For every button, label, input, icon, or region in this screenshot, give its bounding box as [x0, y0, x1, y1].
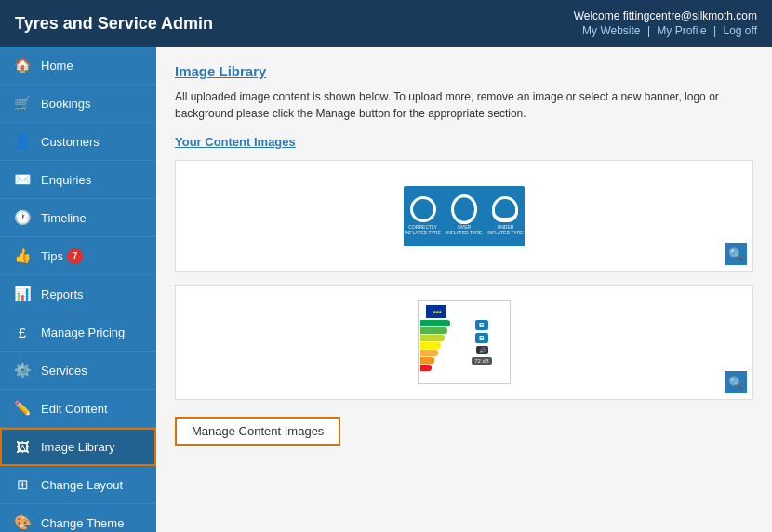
sidebar-label-home: Home	[41, 59, 73, 73]
sidebar-label-enquiries: Enquiries	[41, 173, 91, 187]
sidebar-item-enquiries[interactable]: ✉️ Enquiries	[0, 161, 156, 199]
sidebar-item-edit-content[interactable]: ✏️ Edit Content	[0, 390, 156, 428]
search-button-1[interactable]: 🔍	[725, 243, 747, 265]
label-bars	[419, 320, 454, 371]
sidebar-label-tips: Tips	[41, 249, 63, 263]
label-left: ★★★	[419, 301, 454, 383]
change-layout-icon: ⊞	[13, 475, 32, 494]
tips-icon: 👍	[13, 246, 32, 265]
search-button-2[interactable]: 🔍	[725, 371, 747, 393]
header-links: My Website | My Profile | Log off	[574, 24, 757, 37]
sidebar-item-change-theme[interactable]: 🎨 Change Theme	[0, 504, 156, 532]
bar-d	[420, 350, 438, 356]
main-layout: 🏠 Home 🛒 Bookings 👤 Customers ✉️ Enquiri…	[0, 47, 772, 532]
noise-icon: 🔊	[476, 346, 488, 354]
sidebar-label-change-theme: Change Theme	[41, 516, 124, 530]
sidebar-item-timeline[interactable]: 🕐 Timeline	[0, 199, 156, 237]
services-icon: ⚙️	[13, 361, 32, 379]
db-value: 72 dB	[472, 357, 492, 365]
image-card-2: ★★★ B B 🔊 72 dB	[175, 285, 753, 400]
welcome-text: Welcome fittingcentre@silkmoth.com	[574, 9, 757, 22]
sidebar-label-change-layout: Change Layout	[41, 478, 123, 492]
sidebar-item-bookings[interactable]: 🛒 Bookings	[0, 85, 156, 123]
image-card-1: CORRECTLYINFLATED TYRE OVERINFLATED TYRE…	[175, 160, 753, 272]
main-content: Image Library All uploaded image content…	[156, 47, 772, 532]
sidebar-label-customers: Customers	[41, 135, 100, 149]
bar-e	[420, 357, 434, 364]
header-right: Welcome fittingcentre@silkmoth.com My We…	[574, 9, 757, 37]
sidebar-label-bookings: Bookings	[41, 97, 90, 111]
sidebar-label-image-library: Image Library	[41, 440, 114, 454]
reports-icon: 📊	[13, 285, 32, 303]
sidebar-item-reports[interactable]: 📊 Reports	[0, 275, 156, 313]
edit-content-icon: ✏️	[13, 399, 32, 418]
log-off-link[interactable]: Log off	[724, 24, 757, 37]
sidebar-item-change-layout[interactable]: ⊞ Change Layout	[0, 466, 156, 504]
my-website-link[interactable]: My Website	[582, 24, 640, 37]
bar-b	[420, 335, 445, 341]
header: Tyres and Service Admin Welcome fittingc…	[0, 0, 772, 47]
tyre-circles: CORRECTLYINFLATED TYRE OVERINFLATED TYRE…	[405, 196, 523, 235]
manage-content-images-button[interactable]: Manage Content Images	[175, 417, 340, 446]
eu-flag: ★★★	[426, 305, 446, 318]
bookings-icon: 🛒	[13, 94, 32, 113]
bar-a	[420, 320, 450, 326]
my-profile-link[interactable]: My Profile	[657, 24, 706, 37]
separator: |	[647, 24, 650, 37]
sidebar-label-services: Services	[41, 364, 87, 378]
sidebar-item-services[interactable]: ⚙️ Services	[0, 352, 156, 390]
change-theme-icon: 🎨	[13, 513, 32, 532]
grade-b-wet: B	[475, 333, 488, 343]
sidebar-label-reports: Reports	[41, 287, 84, 301]
tyre-under: UNDERINFLATED TYRE	[487, 196, 523, 235]
bar-c	[420, 342, 441, 349]
grade-b-fuel: B	[475, 320, 488, 330]
sidebar-item-image-library[interactable]: 🖼 Image Library	[0, 428, 156, 466]
bar-f	[420, 365, 432, 371]
sidebar-item-home[interactable]: 🏠 Home	[0, 47, 156, 85]
home-icon: 🏠	[13, 56, 32, 74]
enquiries-icon: ✉️	[13, 170, 32, 189]
tyre-circle-over	[451, 194, 477, 224]
sidebar-label-edit-content: Edit Content	[41, 402, 108, 416]
customers-icon: 👤	[13, 132, 32, 151]
sidebar: 🏠 Home 🛒 Bookings 👤 Customers ✉️ Enquiri…	[0, 47, 156, 532]
separator2: |	[713, 24, 716, 37]
manage-pricing-icon: £	[13, 323, 32, 341]
sidebar-label-timeline: Timeline	[41, 211, 87, 225]
tyre-circle-under	[492, 196, 518, 222]
section-title: Your Content Images	[175, 135, 753, 149]
page-title: Image Library	[175, 63, 753, 79]
image-library-icon: 🖼	[13, 437, 32, 456]
sidebar-item-manage-pricing[interactable]: £ Manage Pricing	[0, 313, 156, 352]
sidebar-item-tips[interactable]: 👍 Tips 7	[0, 237, 156, 275]
sidebar-item-customers[interactable]: 👤 Customers	[0, 123, 156, 161]
label-right: B B 🔊 72 dB	[454, 301, 510, 383]
bar-a2	[420, 327, 447, 334]
tyre-correct: CORRECTLYINFLATED TYRE	[405, 196, 440, 235]
eu-tyre-label-image: ★★★ B B 🔊 72 dB	[418, 300, 511, 384]
sidebar-label-manage-pricing: Manage Pricing	[41, 326, 125, 339]
app-title: Tyres and Service Admin	[15, 14, 213, 33]
page-description: All uploaded image content is shown belo…	[175, 88, 753, 122]
tyre-over: OVERINFLATED TYRE	[446, 196, 482, 235]
tyre-circle-correct	[410, 196, 436, 222]
tyre-inflation-image: CORRECTLYINFLATED TYRE OVERINFLATED TYRE…	[404, 186, 525, 246]
tips-badge: 7	[67, 248, 83, 264]
timeline-icon: 🕐	[13, 208, 32, 227]
